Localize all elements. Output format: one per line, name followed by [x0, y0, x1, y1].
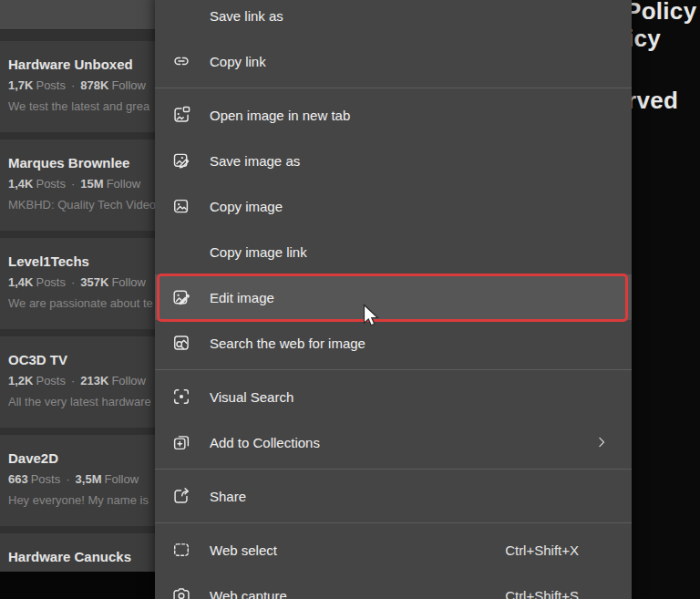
menu-item-save-image-as[interactable]: Save image as	[155, 138, 632, 183]
channel-description: We test the latest and grea	[8, 99, 149, 113]
menu-item-label: Edit image	[210, 290, 608, 305]
menu-item-label: Save image as	[210, 153, 608, 169]
menu-item-label: Web capture	[210, 588, 505, 599]
footer-link-fragment[interactable]: icy	[627, 25, 661, 53]
channel-description: All the very latest hardware	[8, 395, 151, 408]
save-image-as-icon	[171, 150, 191, 170]
menu-item-open-image-in-new-tab[interactable]: Open image in new tab	[155, 92, 632, 138]
copy-image-icon	[171, 196, 191, 216]
channel-name: Marques Brownlee	[8, 155, 129, 170]
menu-item-label: Save link as	[210, 8, 608, 24]
menu-item-label: Add to Collections	[210, 435, 595, 450]
channel-stats: 1,7KPosts·878KFollow	[8, 78, 146, 92]
menu-item-label: Share	[210, 489, 608, 504]
channel-description: Hey everyone! My name is	[8, 493, 149, 507]
channel-description: We are passionate about te	[8, 296, 153, 310]
menu-item-label: Search the web for image	[210, 336, 608, 351]
list-item[interactable]: OC3D TV 1,2KPosts·213KFollow All the ver…	[0, 336, 157, 428]
channel-name: Hardware Unboxed	[8, 57, 133, 72]
channel-stats: 1,4KPosts·357KFollow	[8, 275, 146, 289]
panel-top-strip	[0, 0, 157, 30]
menu-item-search-the-web-for-image[interactable]: Search the web for image	[155, 320, 632, 366]
menu-item-share[interactable]: Share	[155, 473, 632, 519]
share-icon	[171, 486, 191, 506]
menu-item-web-capture[interactable]: Web capture Ctrl+Shift+S	[155, 573, 632, 599]
menu-item-copy-link[interactable]: Copy link	[155, 38, 632, 84]
menu-item-copy-image[interactable]: Copy image	[155, 183, 632, 229]
menu-item-shortcut: Ctrl+Shift+S	[505, 588, 579, 599]
menu-item-label: Copy image link	[210, 244, 608, 260]
channel-stats: 663Posts·3,5MFollow	[8, 472, 139, 486]
visual-search-icon	[171, 387, 191, 407]
list-item[interactable]: Level1Techs 1,4KPosts·357KFollow We are …	[0, 238, 157, 329]
channel-name: Level1Techs	[8, 253, 89, 269]
chevron-right-icon	[595, 436, 608, 449]
menu-separator	[155, 522, 632, 523]
menu-separator	[155, 369, 632, 370]
channel-name: Dave2D	[8, 450, 58, 466]
edit-image-icon	[171, 287, 191, 307]
channel-list-panel: Hardware Unboxed 1,7KPosts·878KFollow We…	[0, 0, 157, 599]
channel-name: Hardware Canucks	[8, 549, 131, 564]
menu-item-edit-image[interactable]: Edit image	[155, 274, 632, 320]
menu-item-visual-search[interactable]: Visual Search	[155, 374, 632, 419]
web-capture-icon	[171, 585, 191, 599]
menu-item-label: Copy image	[210, 199, 608, 214]
add-to-collections-icon	[171, 432, 191, 452]
search-web-for-image-icon	[171, 333, 191, 353]
channel-stats: 1,4KPosts·15MFollow	[8, 177, 140, 191]
channel-stats: 1,2KPosts·213KFollow	[8, 374, 146, 387]
channel-description: MKBHD: Quality Tech Video	[8, 198, 156, 212]
menu-item-label: Open image in new tab	[210, 108, 608, 123]
menu-separator	[155, 88, 632, 88]
menu-item-label: Web select	[210, 542, 505, 558]
web-select-icon	[171, 540, 191, 560]
list-item[interactable]: Dave2D 663Posts·3,5MFollow Hey everyone!…	[0, 435, 157, 526]
list-item[interactable]: Hardware Unboxed 1,7KPosts·878KFollow We…	[0, 41, 157, 132]
menu-item-label: Copy link	[210, 54, 608, 69]
menu-item-web-select[interactable]: Web select Ctrl+Shift+X	[155, 527, 632, 573]
menu-item-add-to-collections[interactable]: Add to Collections	[155, 419, 632, 465]
menu-item-shortcut: Ctrl+Shift+X	[505, 542, 579, 558]
channel-name: OC3D TV	[8, 352, 67, 367]
context-menu: Save link as Copy link Open image in new…	[155, 0, 632, 599]
panel-bottom-strip	[0, 572, 157, 599]
footer-text-fragment: rved	[627, 87, 678, 115]
copy-link-icon	[171, 51, 191, 71]
footer-link-fragment[interactable]: Policy	[625, 0, 696, 26]
menu-separator	[155, 469, 632, 470]
menu-item-label: Visual Search	[210, 389, 608, 405]
list-item[interactable]: Marques Brownlee 1,4KPosts·15MFollow MKB…	[0, 139, 157, 231]
open-image-in-new-tab-icon	[171, 105, 191, 125]
menu-item-save-link-as[interactable]: Save link as	[155, 0, 632, 38]
menu-item-copy-image-link[interactable]: Copy image link	[155, 229, 632, 274]
